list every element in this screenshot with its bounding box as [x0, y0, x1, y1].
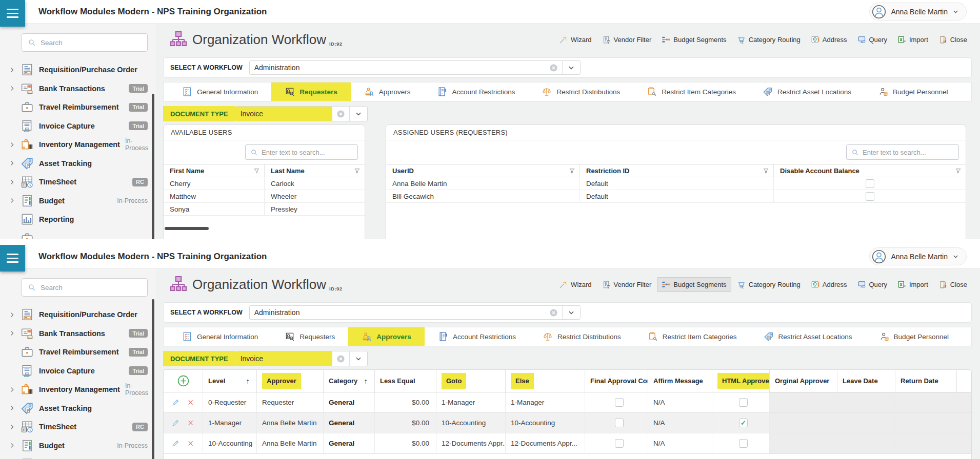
approver-cell[interactable]: Requester	[257, 392, 324, 413]
toolbar-button[interactable]: Vendor Filter	[597, 277, 656, 292]
tab[interactable]: Approvers	[348, 327, 425, 346]
sidebar-search-input[interactable]	[41, 39, 147, 47]
tab[interactable]: Restrict Asset Locations	[749, 82, 865, 101]
toolbar-button[interactable]: Wizard	[554, 277, 596, 292]
else-cell[interactable]: 1-Manager	[506, 392, 585, 413]
clear-icon[interactable]	[336, 354, 345, 363]
tab[interactable]: Restrict Distributions	[528, 82, 633, 101]
first-name-cell[interactable]: Matthew	[164, 190, 265, 203]
column-header-leave-date[interactable]: Leave Date	[837, 370, 895, 392]
document-type-value[interactable]: Invoice	[236, 354, 263, 363]
delete-row-icon[interactable]	[187, 399, 194, 406]
sidebar-item[interactable]: Budget In-Process	[0, 192, 156, 211]
tab[interactable]: Approvers	[351, 82, 424, 101]
clear-icon[interactable]	[549, 308, 558, 317]
toolbar-button[interactable]: Import	[893, 277, 933, 292]
tab[interactable]: Restrict Item Categories	[633, 82, 749, 101]
edit-row-icon[interactable]	[171, 439, 180, 448]
column-header-else[interactable]: Else	[506, 370, 585, 392]
goto-cell[interactable]: 1-Manager	[436, 392, 506, 413]
less-equal-cell[interactable]: $0.00	[375, 433, 436, 454]
toolbar-button[interactable]: Close	[934, 32, 972, 47]
level-cell[interactable]: 1-Manager	[203, 413, 257, 433]
tab[interactable]: Account Restrictions	[425, 327, 529, 346]
checkbox[interactable]	[739, 398, 748, 407]
sidebar-scrollbar-thumb[interactable]	[152, 299, 154, 459]
checkbox[interactable]	[866, 192, 874, 201]
approver-cell[interactable]: Anna Belle Martin	[257, 413, 324, 433]
level-cell[interactable]: 10-Accounting	[203, 433, 257, 454]
column-header-category[interactable]: Category↑	[324, 370, 375, 392]
filter-icon[interactable]	[763, 168, 769, 174]
toolbar-button[interactable]: Address	[806, 32, 852, 47]
else-cell[interactable]: 10-Accounting	[506, 413, 585, 433]
level-cell[interactable]: 0-Requester	[203, 392, 257, 413]
category-cell[interactable]: General	[324, 433, 375, 454]
checkbox[interactable]	[739, 419, 748, 427]
workflow-value[interactable]: Administration	[250, 64, 300, 72]
tab[interactable]: Budget Personnel	[866, 327, 962, 346]
first-name-cell[interactable]: Sonya	[164, 203, 265, 216]
checkbox[interactable]	[739, 439, 748, 448]
edit-row-icon[interactable]	[171, 398, 180, 407]
column-header-orginal-approver[interactable]: Orginal Approver	[770, 370, 837, 392]
sidebar-item[interactable]: Asset Tracking	[0, 154, 156, 173]
delete-row-icon[interactable]	[187, 440, 194, 447]
filter-icon[interactable]	[569, 168, 575, 174]
else-cell[interactable]: 12-Documents Appr...	[506, 433, 585, 454]
goto-cell[interactable]: 10-Accounting	[436, 413, 506, 433]
restriction-id-cell[interactable]: Default	[580, 190, 774, 203]
column-header-goto[interactable]: Goto	[436, 370, 506, 392]
filter-icon[interactable]	[253, 168, 260, 174]
toolbar-button[interactable]: Budget Segments	[657, 32, 731, 47]
edit-row-icon[interactable]	[171, 419, 180, 427]
restriction-id-cell[interactable]: Default	[580, 177, 774, 190]
add-row-icon[interactable]	[177, 374, 190, 387]
userid-cell[interactable]: Anna Belle Martin	[386, 177, 580, 190]
assigned-users-search-input[interactable]	[863, 149, 958, 156]
sidebar-item[interactable]: Invoice Capture Trial	[0, 362, 156, 381]
affirm-message-cell[interactable]: N/A	[648, 413, 712, 433]
sidebar-item[interactable]: Inventory Management In-Process	[0, 135, 156, 154]
column-header-html-approver[interactable]: HTML Approver	[712, 370, 770, 392]
user-menu[interactable]: Anna Belle Martin	[869, 247, 967, 265]
workflow-value[interactable]: Administration	[250, 308, 300, 317]
toolbar-button[interactable]: Query	[853, 32, 892, 47]
toolbar-button[interactable]: Category Routing	[732, 32, 805, 47]
document-type-combobox[interactable]: Invoice	[235, 106, 368, 121]
dropdown-button[interactable]	[350, 107, 367, 121]
sidebar-item[interactable]: TimeSheet RC	[0, 173, 156, 192]
last-name-cell[interactable]: Wheeler	[265, 190, 365, 203]
clear-icon[interactable]	[549, 64, 558, 72]
hamburger-menu-button[interactable]	[0, 0, 25, 27]
last-name-cell[interactable]: Pressley	[265, 203, 365, 216]
sidebar-item[interactable]: Budget In-Process	[0, 436, 156, 455]
sidebar-item[interactable]: Reporting	[0, 210, 156, 229]
tab[interactable]: Restrict Item Categories	[634, 327, 750, 346]
filter-icon[interactable]	[354, 168, 361, 174]
tab[interactable]: Budget Personnel	[865, 82, 961, 101]
goto-cell[interactable]: 12-Documents Appr...	[436, 433, 506, 454]
sidebar-item[interactable]: Asset Tracking	[0, 399, 156, 418]
toolbar-button[interactable]: Import	[893, 32, 933, 47]
delete-row-icon[interactable]	[187, 419, 194, 427]
column-header[interactable]: UserID	[386, 164, 580, 177]
userid-cell[interactable]: Bill Gecawich	[386, 190, 580, 203]
tab[interactable]: Restrict Asset Locations	[750, 327, 866, 346]
sidebar-item[interactable]: Bank Transactions Trial	[0, 79, 156, 98]
sidebar-item[interactable]: Reporting	[0, 455, 156, 459]
column-header[interactable]: Last Name	[265, 164, 365, 177]
category-cell[interactable]: General	[324, 392, 375, 413]
sidebar-item[interactable]: Invoice Capture Trial	[0, 117, 156, 136]
column-header[interactable]: Disable Account Balance	[774, 164, 966, 177]
affirm-message-cell[interactable]: N/A	[648, 433, 712, 454]
sidebar-item[interactable]: Inventory Management In-Process	[0, 380, 156, 399]
column-header[interactable]: First Name	[164, 164, 265, 177]
column-header-level[interactable]: Level↑	[203, 370, 257, 392]
column-header-return-date[interactable]: Return Date	[895, 370, 957, 392]
toolbar-button[interactable]: Address	[806, 277, 852, 292]
sidebar-item[interactable]: Travel Reimbursement Trial	[0, 98, 156, 117]
hamburger-menu-button[interactable]	[0, 245, 25, 272]
approver-cell[interactable]: Anna Belle Martin	[257, 433, 324, 454]
column-header-affirm-message[interactable]: Affirm Message	[648, 370, 712, 392]
